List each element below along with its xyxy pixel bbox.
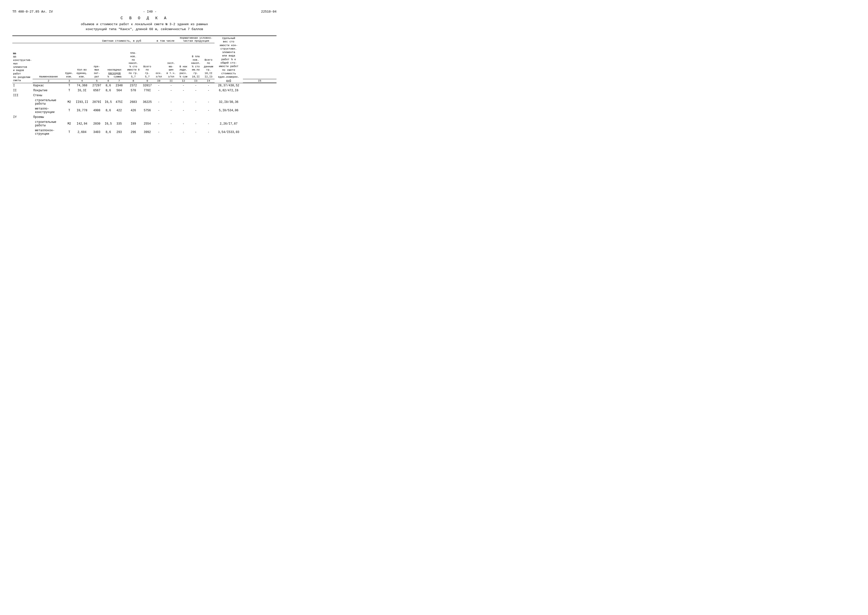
row-col5: 6567 — [90, 88, 104, 93]
row-name: строительныеработы — [33, 120, 65, 128]
col-num-10: I0 — [153, 79, 164, 83]
row-id: III — [13, 93, 33, 98]
col-group-vtomchisle: в том числе — [153, 36, 178, 43]
col-header-3: Един.изм. — [65, 43, 74, 79]
row-col8: 2372 — [125, 83, 141, 88]
col-header-15: Удельныйвес стоимости кон-структивн.элем… — [214, 36, 243, 83]
col-header-8: пла-нов.понакоп.% стоимости 8по гр.5,7 — [125, 43, 141, 79]
row-col14: - — [203, 83, 214, 88]
col-num-14: I4 — [203, 79, 214, 83]
row-col11: - — [164, 83, 178, 88]
row-col5: 2030 — [90, 120, 104, 128]
row-col6: I6,5 — [104, 98, 113, 106]
table-row: I Каркас Т 74,368 27297 8,6 2348 2372 32… — [13, 83, 277, 88]
row-col10: - — [153, 120, 164, 128]
col-group-header-row: Сметная стоимость, в руб в том числе Нор… — [13, 36, 277, 43]
col-num-3: 3 — [65, 79, 74, 83]
row-col12: - — [178, 106, 189, 115]
row-col15: 2,26/I7,87 — [214, 120, 243, 128]
row-col7: 475I — [113, 98, 125, 106]
row-col12: - — [178, 128, 189, 136]
header-center: - I40 - — [53, 10, 247, 14]
title-main: С В О Д К А — [13, 16, 277, 20]
main-table: Сметная стоимость, в руб в том числе Нор… — [13, 36, 277, 136]
col-num-7: 7 — [113, 79, 125, 83]
row-name: металлокон-струкции — [33, 128, 65, 136]
row-col15: 3,54/I533,03 — [214, 128, 243, 136]
row-col15: 5,I0/534,06 — [214, 106, 243, 115]
row-col6: I6,5 — [104, 120, 113, 128]
row-col9: 2554 — [141, 120, 153, 128]
row-col5: 3403 — [90, 128, 104, 136]
row-qty: II93,II — [74, 98, 90, 106]
page-header: ТП 400-0-27.85 Ал. IV - I40 - 22510-04 — [13, 10, 277, 14]
table-row: строительныеработы М2 II93,II 2879I I6,5… — [13, 98, 277, 106]
row-id — [13, 98, 33, 106]
row-col13: - — [189, 88, 203, 93]
row-col5: 4908 — [90, 106, 104, 115]
row-col9: 32017 — [141, 83, 153, 88]
col-header-11: эксп.ма-шинв т.ч.з/пл — [164, 43, 178, 79]
row-col15: 6,82/472,I6 — [214, 88, 243, 93]
row-col14: - — [203, 106, 214, 115]
row-col5: 27297 — [90, 83, 104, 88]
row-qty: I6,3I — [74, 88, 90, 93]
row-col13: - — [189, 98, 203, 106]
row-col7: 422 — [113, 106, 125, 115]
row-col10: - — [153, 98, 164, 106]
row-col7: 2348 — [113, 83, 125, 88]
col-header-12: В накладн.расх.% сум — [178, 43, 189, 79]
col-header-14: Всегоподаннымгр.10,III2,I3 — [203, 43, 214, 79]
row-col14: - — [203, 128, 214, 136]
row-qty: I0,778 — [74, 106, 90, 115]
row-col8: 296 — [125, 128, 141, 136]
row-col11: - — [164, 128, 178, 136]
row-col11: - — [164, 98, 178, 106]
row-col12: - — [178, 88, 189, 93]
row-unit: М2 — [65, 98, 74, 106]
title-sub-line1: объемов и стоимости работ к локальной см… — [13, 22, 277, 27]
col-header-10: осн.з/пл — [153, 43, 164, 79]
row-col8: 2683 — [125, 98, 141, 106]
row-name: Каркас — [33, 83, 65, 88]
row-col14: - — [203, 88, 214, 93]
row-col5: 2879I — [90, 98, 104, 106]
col-header-9: Всегопогр.5,7 — [141, 43, 153, 79]
col-group-empty — [13, 36, 90, 43]
col-num-13: I3 — [189, 79, 203, 83]
page-container: ТП 400-0-27.85 Ал. IV - I40 - 22510-04 С… — [13, 10, 277, 136]
row-col15: 32,I0/30,36 — [214, 98, 243, 106]
row-name: Покрытие — [33, 88, 65, 93]
row-col12: - — [178, 120, 189, 128]
row-id — [13, 120, 33, 128]
row-col8: I89 — [125, 120, 141, 128]
table-row-section: IY Проемы — [13, 115, 277, 120]
row-col11: - — [164, 120, 178, 128]
row-col9: 36225 — [141, 98, 153, 106]
col-num-12: I2 — [178, 79, 189, 83]
col-header-6-7: накладныхрасходов% сумма — [104, 43, 125, 79]
table-body: I Каркас Т 74,368 27297 8,6 2348 2372 32… — [13, 83, 277, 136]
row-col14: - — [203, 98, 214, 106]
row-col6: 8,6 — [104, 83, 113, 88]
row-col13: - — [189, 106, 203, 115]
row-col11: - — [164, 106, 178, 115]
row-col13: - — [189, 83, 203, 88]
col-num-4: 4 — [74, 79, 90, 83]
col-num-9: 9 — [141, 79, 153, 83]
row-col8: 426 — [125, 106, 141, 115]
col-group-normativnaya: Нормативная условно-чистая продукция — [178, 36, 214, 43]
col-group-smetnaya: Сметная стоимость, в руб — [90, 36, 153, 43]
table-row: металлокон-струкции Т 2,604 3403 8,6 293… — [13, 128, 277, 136]
header-right: 22510-04 — [247, 10, 277, 14]
col-header-13: В планов.накоп.% стоим.погр.10,II — [189, 43, 203, 79]
row-col7: 293 — [113, 128, 125, 136]
row-col12: - — [178, 83, 189, 88]
col-header-5: пря-мыхзат-рат — [90, 43, 104, 79]
row-col13: - — [189, 128, 203, 136]
row-col9: 5756 — [141, 106, 153, 115]
row-col7: 335 — [113, 120, 125, 128]
row-id: IY — [13, 115, 33, 120]
col-num-6: 6 — [104, 79, 113, 83]
col-num-11: II — [164, 79, 178, 83]
